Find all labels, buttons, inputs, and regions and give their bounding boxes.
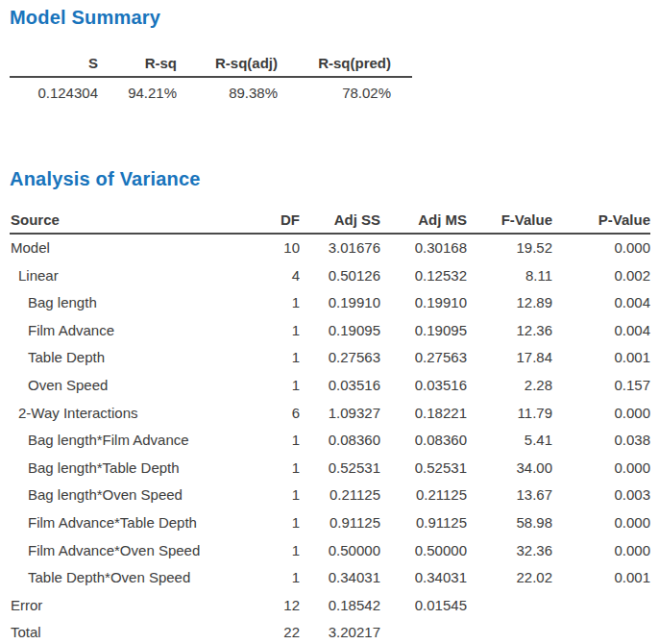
anova-p-value-cell: 0.004: [552, 289, 650, 317]
anova-source-cell: Film Advance: [10, 317, 240, 345]
anova-df-cell: 12: [240, 592, 300, 620]
anova-p-value-cell: 0.000: [552, 537, 650, 565]
table-row: Bag length 1 0.19910 0.19910 12.89 0.004: [10, 289, 650, 317]
anova-adj-ss-cell: 0.18542: [300, 592, 380, 620]
anova-p-value-cell: 0.004: [552, 317, 650, 345]
table-row: Bag length*Film Advance 1 0.08360 0.0836…: [10, 427, 650, 455]
anova-source-cell: Bag length*Table Depth: [10, 455, 240, 483]
anova-f-value-cell: 17.84: [467, 344, 552, 372]
stats-output-pane: Model Summary S R-sq R-sq(adj) R-sq(pred…: [0, 0, 659, 644]
table-row: Oven Speed 1 0.03516 0.03516 2.28 0.157: [10, 372, 650, 400]
anova-f-value-cell: [467, 619, 552, 644]
anova-adj-ms-cell: 0.34031: [380, 564, 467, 592]
model-summary-table: S R-sq R-sq(adj) R-sq(pred) 0.124304 94.…: [10, 54, 412, 103]
anova-source-cell: Oven Speed: [10, 372, 240, 400]
table-row: Bag length*Table Depth 1 0.52531 0.52531…: [10, 455, 650, 483]
anova-title: Analysis of Variance: [10, 167, 650, 190]
anova-table: Source DF Adj SS Adj MS F-Value P-Value …: [10, 211, 650, 644]
rsq-value: 94.21%: [98, 77, 177, 103]
anova-adj-ss-cell: 0.27563: [300, 344, 380, 372]
anova-adj-ms-cell: 0.91125: [380, 509, 467, 537]
anova-p-value-cell: 0.001: [552, 564, 650, 592]
anova-df-cell: 1: [240, 509, 300, 537]
anova-adj-ss-cell: 0.34031: [300, 564, 380, 592]
anova-df-cell: 6: [240, 400, 300, 428]
anova-adj-ss-cell: 0.21125: [300, 482, 380, 509]
anova-source-cell: 2-Way Interactions: [10, 400, 240, 428]
anova-adj-ms-cell: [380, 619, 467, 644]
anova-df-cell: 1: [240, 344, 300, 372]
anova-source-cell: Bag length: [10, 289, 240, 317]
anova-adj-ms-cell: 0.08360: [380, 427, 467, 455]
anova-adj-ss-cell: 0.91125: [300, 509, 380, 537]
table-row: Bag length*Oven Speed 1 0.21125 0.21125 …: [10, 482, 650, 509]
anova-p-value-cell: 0.000: [552, 509, 650, 537]
anova-source-cell: Bag length*Film Advance: [10, 427, 240, 455]
anova-f-value-cell: 12.36: [467, 317, 552, 345]
anova-adj-ms-cell: 0.03516: [380, 372, 467, 400]
column-header-adj-ss: Adj SS: [300, 211, 380, 234]
model-summary-title: Model Summary: [10, 6, 650, 29]
anova-f-value-cell: 58.98: [467, 509, 552, 537]
anova-f-value-cell: 32.36: [467, 537, 552, 565]
rsq-pred-value: 78.02%: [278, 77, 412, 103]
column-header-rsq: R-sq: [98, 54, 177, 77]
anova-adj-ss-cell: 1.09327: [300, 400, 380, 428]
anova-df-cell: 4: [240, 262, 300, 290]
anova-adj-ms-cell: 0.12532: [380, 262, 467, 290]
anova-f-value-cell: 19.52: [467, 234, 552, 262]
anova-source-cell: Film Advance*Table Depth: [10, 509, 240, 537]
anova-p-value-cell: [552, 592, 650, 620]
anova-adj-ms-cell: 0.18221: [380, 400, 467, 428]
table-row: Total 22 3.20217: [10, 619, 650, 644]
table-row: Linear 4 0.50126 0.12532 8.11 0.002: [10, 262, 650, 290]
anova-df-cell: 1: [240, 455, 300, 483]
anova-df-cell: 1: [240, 289, 300, 317]
anova-f-value-cell: 11.79: [467, 400, 552, 428]
anova-source-cell: Total: [10, 619, 240, 644]
anova-df-cell: 1: [240, 372, 300, 400]
anova-p-value-cell: 0.000: [552, 400, 650, 428]
anova-p-value-cell: 0.038: [552, 427, 650, 455]
anova-adj-ms-cell: 0.30168: [380, 234, 467, 262]
anova-df-cell: 1: [240, 482, 300, 509]
anova-df-cell: 1: [240, 564, 300, 592]
column-header-s: S: [10, 54, 98, 77]
anova-adj-ss-cell: 0.50126: [300, 262, 380, 290]
anova-f-value-cell: 8.11: [467, 262, 552, 290]
anova-adj-ms-cell: 0.52531: [380, 455, 467, 483]
anova-source-cell: Bag length*Oven Speed: [10, 482, 240, 509]
table-row: Film Advance*Oven Speed 1 0.50000 0.5000…: [10, 537, 650, 565]
anova-f-value-cell: 5.41: [467, 427, 552, 455]
anova-adj-ms-cell: 0.19095: [380, 317, 467, 345]
column-header-source: Source: [10, 211, 240, 234]
anova-adj-ss-cell: 3.01676: [300, 234, 380, 262]
model-summary-header-row: S R-sq R-sq(adj) R-sq(pred): [10, 54, 412, 77]
anova-f-value-cell: 34.00: [467, 455, 552, 483]
table-row: Table Depth 1 0.27563 0.27563 17.84 0.00…: [10, 344, 650, 372]
anova-adj-ms-cell: 0.27563: [380, 344, 467, 372]
anova-p-value-cell: 0.000: [552, 455, 650, 483]
anova-df-cell: 1: [240, 427, 300, 455]
anova-df-cell: 22: [240, 619, 300, 644]
anova-adj-ss-cell: 0.52531: [300, 455, 380, 483]
anova-f-value-cell: 12.89: [467, 289, 552, 317]
table-row: Error 12 0.18542 0.01545: [10, 592, 650, 620]
anova-adj-ss-cell: 0.19095: [300, 317, 380, 345]
anova-adj-ms-cell: 0.21125: [380, 482, 467, 509]
column-header-adj-ms: Adj MS: [380, 211, 467, 234]
anova-df-cell: 1: [240, 317, 300, 345]
anova-source-cell: Error: [10, 592, 240, 620]
table-row: Film Advance 1 0.19095 0.19095 12.36 0.0…: [10, 317, 650, 345]
anova-df-cell: 10: [240, 234, 300, 262]
model-summary-value-row: 0.124304 94.21% 89.38% 78.02%: [10, 77, 412, 103]
anova-p-value-cell: [552, 619, 650, 644]
anova-adj-ms-cell: 0.19910: [380, 289, 467, 317]
table-row: Table Depth*Oven Speed 1 0.34031 0.34031…: [10, 564, 650, 592]
anova-source-cell: Model: [10, 234, 240, 262]
anova-header-row: Source DF Adj SS Adj MS F-Value P-Value: [10, 211, 650, 234]
anova-adj-ss-cell: 3.20217: [300, 619, 380, 644]
anova-f-value-cell: 2.28: [467, 372, 552, 400]
anova-f-value-cell: 13.67: [467, 482, 552, 509]
column-header-rsq-adj: R-sq(adj): [177, 54, 278, 77]
